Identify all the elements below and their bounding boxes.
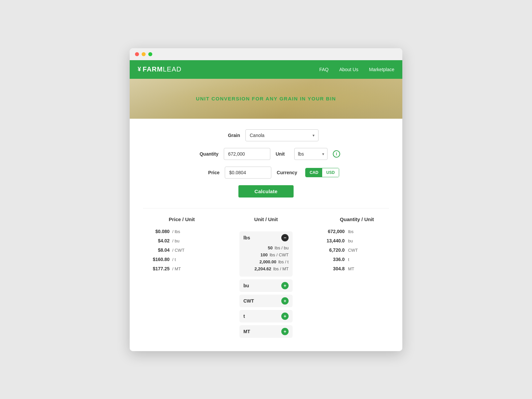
qty-bu-value: 13,440.0 xyxy=(325,238,345,243)
lbs-card: lbs − 50 lbs / bu 100 lbs / CWT xyxy=(239,231,293,277)
t-expand-button[interactable]: + xyxy=(281,313,289,320)
grain-label: Grain xyxy=(213,133,240,138)
price-input[interactable] xyxy=(225,167,271,179)
hero-banner: UNIT CONVERSION FOR ANY GRAIN IN YOUR BI… xyxy=(130,79,402,119)
qty-lbs-unit: lbs xyxy=(348,229,354,234)
unit-unit-col: Unit / Unit lbs − 50 lbs / bu 100 xyxy=(227,216,305,338)
calculate-row: Calculate xyxy=(143,185,389,198)
mt-expand-button[interactable]: + xyxy=(281,328,289,335)
quantity-input[interactable] xyxy=(224,148,270,160)
currency-label: Currency xyxy=(277,170,300,175)
qty-cwt-row: 6,720.0 CWT xyxy=(325,247,389,253)
mt-card: MT + xyxy=(239,325,293,338)
price-mt-per: / MT xyxy=(172,266,181,271)
bu-card-header: bu + xyxy=(239,279,293,292)
unit-unit-title: Unit / Unit xyxy=(254,216,278,222)
currency-toggle: CAD USD xyxy=(305,168,339,177)
nav-links: FAQ About Us Marketplace xyxy=(319,67,394,72)
logo-icon: ¥ xyxy=(138,66,141,73)
lbs-cwt-unit: lbs / CWT xyxy=(270,252,289,257)
price-row-bu: $4.02 / bu xyxy=(143,238,220,243)
unit-select[interactable]: lbs bu CWT t MT xyxy=(294,148,328,160)
lbs-bu-row: 50 lbs / bu xyxy=(243,245,289,250)
close-dot[interactable] xyxy=(135,52,139,56)
bu-card: bu + xyxy=(239,279,293,292)
unit-label: Unit xyxy=(276,151,289,157)
lbs-t-unit: lbs / t xyxy=(278,259,289,264)
quantity-row: Quantity Unit lbs bu CWT t MT i xyxy=(143,148,389,160)
cwt-expand-button[interactable]: + xyxy=(281,297,289,305)
usd-button[interactable]: USD xyxy=(322,168,338,177)
price-row-cwt: $8.04 / CWT xyxy=(143,247,220,253)
grain-select-wrapper: Canola Wheat Barley Oats Corn Soybeans xyxy=(245,129,319,141)
logo-lead: LEAD xyxy=(163,66,182,73)
lbs-bu-unit: lbs / bu xyxy=(275,245,289,250)
price-lbs-value: $0.080 xyxy=(150,229,170,234)
price-mt-value: $177.25 xyxy=(150,266,170,271)
maximize-dot[interactable] xyxy=(148,52,152,56)
qty-mt-row: 304.8 MT xyxy=(325,266,389,271)
qty-lbs-row: 672,000 lbs xyxy=(325,229,389,234)
t-card-header: t + xyxy=(239,310,293,323)
nav-bar: ¥ FARM LEAD FAQ About Us Marketplace xyxy=(130,60,402,79)
lbs-bu-value: 50 xyxy=(268,245,273,250)
qty-cwt-unit: CWT xyxy=(348,248,358,253)
cad-button[interactable]: CAD xyxy=(306,168,322,177)
lbs-collapse-button[interactable]: − xyxy=(281,234,289,241)
price-unit-col: Price / Unit $0.080 / lbs $4.02 / bu $8.… xyxy=(143,216,220,338)
hero-title: UNIT CONVERSION FOR ANY GRAIN IN YOUR BI… xyxy=(196,96,336,101)
grain-row: Grain Canola Wheat Barley Oats Corn Soyb… xyxy=(143,129,389,141)
lbs-unit-rows: 50 lbs / bu 100 lbs / CWT 2,000.00 lbs /… xyxy=(239,244,293,277)
price-row-mt: $177.25 / MT xyxy=(143,266,220,271)
qty-lbs-value: 672,000 xyxy=(325,229,345,234)
mt-card-header: MT + xyxy=(239,325,293,338)
price-bu-value: $4.02 xyxy=(150,238,170,243)
minimize-dot[interactable] xyxy=(142,52,146,56)
qty-t-value: 336.0 xyxy=(325,257,345,262)
price-cwt-value: $8.04 xyxy=(150,247,170,253)
price-cwt-per: / CWT xyxy=(172,248,185,253)
main-content: Grain Canola Wheat Barley Oats Corn Soyb… xyxy=(130,119,402,351)
t-card: t + xyxy=(239,310,293,323)
lbs-card-header: lbs − xyxy=(239,231,293,244)
price-row: Price Currency CAD USD xyxy=(143,167,389,179)
qty-t-unit: t xyxy=(348,257,349,262)
logo-farm: FARM xyxy=(143,66,163,73)
qty-t-row: 336.0 t xyxy=(325,257,389,262)
calculate-button[interactable]: Calculate xyxy=(238,185,293,198)
form-section: Grain Canola Wheat Barley Oats Corn Soyb… xyxy=(143,129,389,198)
lbs-mt-unit: lbs / MT xyxy=(273,266,289,271)
divider xyxy=(143,208,389,208)
cwt-card-label: CWT xyxy=(243,298,254,304)
quantity-label: Quantity xyxy=(192,151,218,157)
cwt-card: CWT + xyxy=(239,295,293,307)
lbs-t-value: 2,000.00 xyxy=(259,259,276,264)
lbs-card-label: lbs xyxy=(243,235,250,240)
price-label: Price xyxy=(193,170,219,175)
lbs-cwt-row: 100 lbs / CWT xyxy=(243,252,289,257)
nav-faq[interactable]: FAQ xyxy=(319,67,329,72)
t-card-label: t xyxy=(243,314,245,319)
price-t-per: / t xyxy=(172,257,176,262)
qty-cwt-value: 6,720.0 xyxy=(325,247,345,253)
price-row-lbs: $0.080 / lbs xyxy=(143,229,220,234)
lbs-t-row: 2,000.00 lbs / t xyxy=(243,259,289,264)
unit-select-wrapper: lbs bu CWT t MT xyxy=(294,148,328,160)
nav-marketplace[interactable]: Marketplace xyxy=(369,67,394,72)
price-t-value: $160.80 xyxy=(150,257,170,262)
nav-about[interactable]: About Us xyxy=(339,67,358,72)
grain-select[interactable]: Canola Wheat Barley Oats Corn Soybeans xyxy=(245,129,319,141)
logo: ¥ FARM LEAD xyxy=(138,66,319,73)
bu-card-label: bu xyxy=(243,283,249,288)
lbs-cwt-value: 100 xyxy=(260,252,268,257)
title-bar xyxy=(130,48,402,60)
info-icon[interactable]: i xyxy=(333,150,340,158)
lbs-mt-row: 2,204.62 lbs / MT xyxy=(243,266,289,271)
browser-window: ¥ FARM LEAD FAQ About Us Marketplace UNI… xyxy=(130,48,402,351)
bu-expand-button[interactable]: + xyxy=(281,282,289,289)
price-row-t: $160.80 / t xyxy=(143,257,220,262)
price-bu-per: / bu xyxy=(172,238,180,243)
qty-bu-unit: bu xyxy=(348,238,353,243)
price-lbs-per: / lbs xyxy=(172,229,180,234)
lbs-mt-value: 2,204.62 xyxy=(254,266,271,271)
